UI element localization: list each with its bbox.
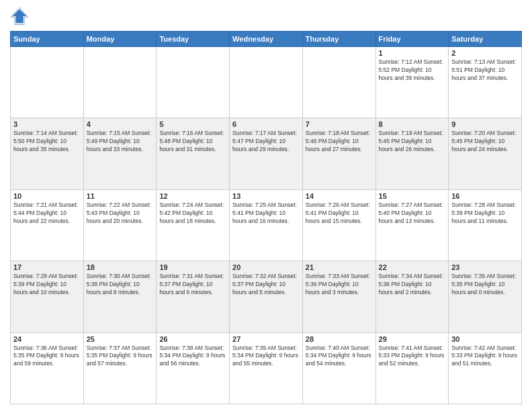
day-number: 8 [379, 120, 446, 128]
day-info: Sunrise: 7:24 AM Sunset: 5:42 PM Dayligh… [159, 201, 226, 226]
day-number: 22 [379, 263, 446, 271]
day-info: Sunrise: 7:35 AM Sunset: 5:35 PM Dayligh… [451, 273, 519, 297]
logo-icon [10, 7, 29, 26]
day-info: Sunrise: 7:12 AM Sunset: 5:52 PM Dayligh… [379, 58, 446, 83]
day-number: 2 [451, 49, 519, 57]
day-info: Sunrise: 7:39 AM Sunset: 5:34 PM Dayligh… [232, 345, 300, 369]
header-row: SundayMondayTuesdayWednesdayThursdayFrid… [11, 32, 522, 47]
day-number: 21 [306, 263, 373, 271]
day-number: 12 [159, 192, 226, 200]
week-row-3: 10Sunrise: 7:21 AM Sunset: 5:44 PM Dayli… [11, 189, 522, 261]
day-cell: 13Sunrise: 7:25 AM Sunset: 5:41 PM Dayli… [230, 189, 303, 261]
day-cell: 1Sunrise: 7:12 AM Sunset: 5:52 PM Daylig… [375, 47, 449, 118]
day-number: 28 [306, 335, 373, 343]
calendar-table: SundayMondayTuesdayWednesdayThursdayFrid… [10, 31, 522, 404]
day-info: Sunrise: 7:38 AM Sunset: 5:34 PM Dayligh… [159, 345, 226, 369]
day-number: 26 [159, 335, 226, 343]
col-header-monday: Monday [83, 32, 157, 47]
day-number: 9 [451, 120, 519, 128]
day-cell: 2Sunrise: 7:13 AM Sunset: 5:51 PM Daylig… [449, 47, 522, 118]
day-info: Sunrise: 7:18 AM Sunset: 5:46 PM Dayligh… [306, 130, 373, 154]
day-info: Sunrise: 7:22 AM Sunset: 5:43 PM Dayligh… [87, 201, 154, 226]
day-info: Sunrise: 7:36 AM Sunset: 5:35 PM Dayligh… [13, 345, 81, 369]
day-cell: 21Sunrise: 7:33 AM Sunset: 5:36 PM Dayli… [302, 261, 375, 332]
day-cell: 4Sunrise: 7:15 AM Sunset: 5:49 PM Daylig… [83, 118, 157, 189]
day-cell: 7Sunrise: 7:18 AM Sunset: 5:46 PM Daylig… [302, 118, 375, 189]
day-cell: 14Sunrise: 7:26 AM Sunset: 5:41 PM Dayli… [302, 189, 375, 261]
day-number: 1 [379, 49, 446, 57]
page-container: SundayMondayTuesdayWednesdayThursdayFrid… [0, 0, 532, 411]
day-number: 11 [87, 192, 154, 200]
day-cell: 10Sunrise: 7:21 AM Sunset: 5:44 PM Dayli… [11, 189, 84, 261]
day-number: 16 [451, 192, 519, 200]
day-cell: 28Sunrise: 7:40 AM Sunset: 5:34 PM Dayli… [302, 332, 375, 404]
day-info: Sunrise: 7:40 AM Sunset: 5:34 PM Dayligh… [306, 345, 373, 369]
day-number: 3 [13, 120, 81, 128]
day-cell: 5Sunrise: 7:16 AM Sunset: 5:48 PM Daylig… [157, 118, 230, 189]
day-info: Sunrise: 7:21 AM Sunset: 5:44 PM Dayligh… [13, 201, 81, 226]
col-header-tuesday: Tuesday [157, 32, 230, 47]
day-cell: 11Sunrise: 7:22 AM Sunset: 5:43 PM Dayli… [83, 189, 157, 261]
day-number: 30 [451, 335, 519, 343]
col-header-thursday: Thursday [302, 32, 375, 47]
day-info: Sunrise: 7:30 AM Sunset: 5:38 PM Dayligh… [87, 273, 154, 297]
day-cell: 30Sunrise: 7:42 AM Sunset: 5:33 PM Dayli… [449, 332, 522, 404]
day-cell [11, 47, 84, 118]
day-cell: 16Sunrise: 7:28 AM Sunset: 5:39 PM Dayli… [449, 189, 522, 261]
week-row-4: 17Sunrise: 7:29 AM Sunset: 5:39 PM Dayli… [11, 261, 522, 332]
day-info: Sunrise: 7:27 AM Sunset: 5:40 PM Dayligh… [379, 201, 446, 226]
logo [10, 7, 32, 26]
day-number: 4 [87, 120, 154, 128]
day-cell: 15Sunrise: 7:27 AM Sunset: 5:40 PM Dayli… [375, 189, 449, 261]
day-info: Sunrise: 7:20 AM Sunset: 5:45 PM Dayligh… [451, 130, 519, 154]
col-header-sunday: Sunday [11, 32, 84, 47]
day-number: 7 [306, 120, 373, 128]
day-info: Sunrise: 7:13 AM Sunset: 5:51 PM Dayligh… [451, 58, 519, 83]
col-header-wednesday: Wednesday [230, 32, 303, 47]
day-number: 24 [13, 335, 81, 343]
day-number: 14 [306, 192, 373, 200]
day-number: 18 [87, 263, 154, 271]
day-info: Sunrise: 7:41 AM Sunset: 5:33 PM Dayligh… [379, 345, 446, 369]
day-cell: 24Sunrise: 7:36 AM Sunset: 5:35 PM Dayli… [11, 332, 84, 404]
day-number: 25 [87, 335, 154, 343]
day-cell [83, 47, 157, 118]
day-info: Sunrise: 7:32 AM Sunset: 5:37 PM Dayligh… [232, 273, 300, 297]
header [10, 7, 522, 26]
day-cell: 26Sunrise: 7:38 AM Sunset: 5:34 PM Dayli… [157, 332, 230, 404]
day-cell: 8Sunrise: 7:19 AM Sunset: 5:45 PM Daylig… [375, 118, 449, 189]
col-header-saturday: Saturday [449, 32, 522, 47]
day-number: 15 [379, 192, 446, 200]
week-row-2: 3Sunrise: 7:14 AM Sunset: 5:50 PM Daylig… [11, 118, 522, 189]
day-cell: 27Sunrise: 7:39 AM Sunset: 5:34 PM Dayli… [230, 332, 303, 404]
day-number: 6 [232, 120, 300, 128]
day-cell [230, 47, 303, 118]
day-cell [157, 47, 230, 118]
day-cell: 18Sunrise: 7:30 AM Sunset: 5:38 PM Dayli… [83, 261, 157, 332]
day-number: 19 [159, 263, 226, 271]
day-cell: 22Sunrise: 7:34 AM Sunset: 5:36 PM Dayli… [375, 261, 449, 332]
day-info: Sunrise: 7:17 AM Sunset: 5:47 PM Dayligh… [232, 130, 300, 154]
day-number: 20 [232, 263, 300, 271]
day-info: Sunrise: 7:37 AM Sunset: 5:35 PM Dayligh… [87, 345, 154, 369]
calendar: SundayMondayTuesdayWednesdayThursdayFrid… [10, 31, 522, 404]
week-row-1: 1Sunrise: 7:12 AM Sunset: 5:52 PM Daylig… [11, 47, 522, 118]
day-cell: 6Sunrise: 7:17 AM Sunset: 5:47 PM Daylig… [230, 118, 303, 189]
day-info: Sunrise: 7:26 AM Sunset: 5:41 PM Dayligh… [306, 201, 373, 226]
day-cell: 20Sunrise: 7:32 AM Sunset: 5:37 PM Dayli… [230, 261, 303, 332]
day-info: Sunrise: 7:14 AM Sunset: 5:50 PM Dayligh… [13, 130, 81, 154]
day-number: 13 [232, 192, 300, 200]
day-cell [302, 47, 375, 118]
day-number: 27 [232, 335, 300, 343]
day-cell: 19Sunrise: 7:31 AM Sunset: 5:37 PM Dayli… [157, 261, 230, 332]
day-info: Sunrise: 7:31 AM Sunset: 5:37 PM Dayligh… [159, 273, 226, 297]
day-info: Sunrise: 7:28 AM Sunset: 5:39 PM Dayligh… [451, 201, 519, 226]
day-info: Sunrise: 7:33 AM Sunset: 5:36 PM Dayligh… [306, 273, 373, 297]
day-cell: 23Sunrise: 7:35 AM Sunset: 5:35 PM Dayli… [449, 261, 522, 332]
day-number: 29 [379, 335, 446, 343]
day-number: 17 [13, 263, 81, 271]
day-info: Sunrise: 7:16 AM Sunset: 5:48 PM Dayligh… [159, 130, 226, 154]
day-info: Sunrise: 7:25 AM Sunset: 5:41 PM Dayligh… [232, 201, 300, 226]
day-cell: 9Sunrise: 7:20 AM Sunset: 5:45 PM Daylig… [449, 118, 522, 189]
day-cell: 17Sunrise: 7:29 AM Sunset: 5:39 PM Dayli… [11, 261, 84, 332]
